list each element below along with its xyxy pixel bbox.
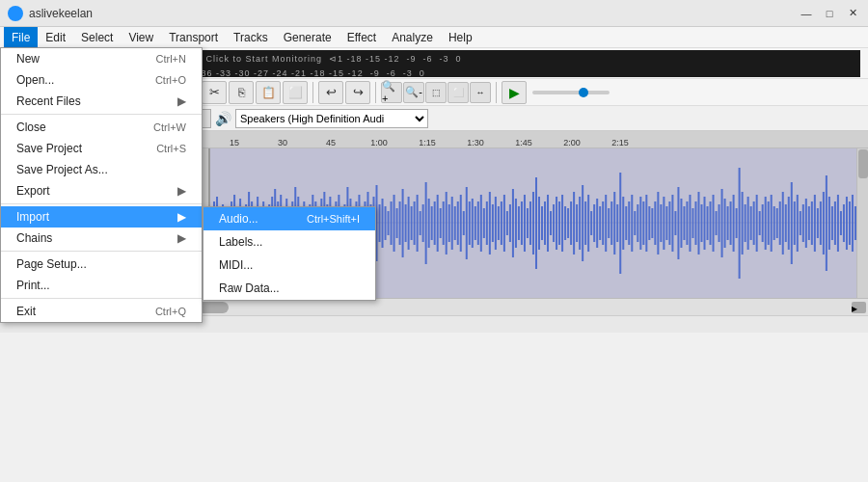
svg-rect-186 — [745, 204, 746, 242]
redo-button[interactable]: ↪ — [345, 81, 370, 104]
separator-4 — [496, 82, 497, 103]
svg-rect-149 — [637, 204, 638, 242]
volume-thumb[interactable] — [579, 88, 588, 97]
file-menu: New Ctrl+N Open... Ctrl+O Recent Files ▶… — [0, 47, 203, 323]
menu-generate[interactable]: Generate — [276, 27, 339, 47]
svg-rect-196 — [773, 206, 775, 240]
svg-rect-125 — [567, 208, 569, 238]
close-button[interactable]: ✕ — [845, 6, 860, 21]
svg-rect-172 — [704, 197, 706, 250]
trim-button[interactable]: ⬜ — [283, 81, 308, 104]
svg-rect-121 — [556, 197, 557, 250]
zoom-sel-button[interactable]: ⬜ — [448, 82, 469, 103]
menu-help[interactable]: Help — [441, 27, 480, 47]
import-audio[interactable]: Audio... Ctrl+Shift+I — [203, 207, 375, 230]
menu-page-setup[interactable]: Page Setup... — [1, 254, 202, 275]
menu-analyze[interactable]: Analyze — [384, 27, 441, 47]
app-title: aslivekeelan — [29, 7, 799, 20]
svg-rect-116 — [541, 206, 543, 240]
svg-rect-165 — [683, 206, 685, 240]
menu-file[interactable]: File — [4, 27, 38, 47]
svg-rect-134 — [593, 204, 595, 242]
svg-rect-214 — [826, 175, 827, 271]
svg-rect-100 — [495, 197, 497, 250]
svg-rect-124 — [564, 206, 566, 240]
menu-print[interactable]: Print... — [1, 275, 202, 296]
zoom-in-button[interactable]: 🔍+ — [381, 82, 402, 103]
svg-rect-89 — [463, 211, 465, 235]
zoom-out-button[interactable]: 🔍- — [403, 82, 424, 103]
volume-slider[interactable] — [532, 91, 610, 94]
svg-rect-113 — [532, 192, 534, 254]
output-device-select[interactable]: Speakers (High Definition Audi — [235, 109, 428, 128]
undo-button[interactable]: ↩ — [318, 81, 343, 104]
svg-rect-102 — [501, 201, 502, 245]
paste-button[interactable]: 📋 — [256, 81, 281, 104]
menu-import-label: Import — [16, 210, 49, 224]
ruler-mark-215: 2:15 — [596, 138, 644, 147]
ruler-mark-130: 1:30 — [451, 138, 500, 147]
svg-rect-182 — [733, 195, 735, 252]
svg-rect-195 — [771, 195, 773, 252]
vscrollbar-thumb[interactable] — [858, 149, 868, 178]
menu-open[interactable]: Open... Ctrl+O — [1, 69, 202, 91]
menu-edit[interactable]: Edit — [38, 27, 73, 47]
svg-rect-104 — [506, 211, 508, 235]
menu-export[interactable]: Export ▶ — [1, 180, 202, 201]
menu-open-shortcut: Ctrl+O — [155, 74, 186, 86]
menu-save-project-as[interactable]: Save Project As... — [1, 159, 202, 180]
minimize-button[interactable]: — — [799, 6, 814, 21]
menu-tracks[interactable]: Tracks — [226, 27, 276, 47]
menu-save-project[interactable]: Save Project Ctrl+S — [1, 138, 202, 159]
svg-rect-157 — [660, 204, 662, 242]
menu-recent-files[interactable]: Recent Files ▶ — [1, 91, 202, 112]
menu-exit-label: Exit — [16, 305, 36, 318]
window-controls: — □ ✕ — [799, 6, 860, 21]
svg-rect-129 — [579, 197, 581, 250]
import-raw-data[interactable]: Raw Data... — [203, 277, 375, 300]
svg-rect-159 — [665, 206, 667, 240]
svg-rect-101 — [498, 206, 500, 240]
play-button[interactable]: ▶ — [502, 81, 527, 104]
maximize-button[interactable]: □ — [822, 6, 837, 21]
menu-chains[interactable]: Chains ▶ — [1, 228, 202, 249]
menu-view[interactable]: View — [121, 27, 161, 47]
vertical-scrollbar[interactable] — [856, 148, 868, 298]
svg-rect-126 — [570, 201, 572, 245]
copy-button[interactable]: ⎘ — [229, 81, 254, 104]
import-midi[interactable]: MIDI... — [203, 254, 375, 277]
svg-rect-218 — [837, 195, 839, 252]
import-audio-shortcut: Ctrl+Shift+I — [307, 213, 360, 225]
ruler-mark-200: 2:00 — [548, 138, 596, 147]
menu-transport[interactable]: Transport — [161, 27, 226, 47]
cut-button[interactable]: ✂ — [202, 81, 227, 104]
svg-rect-170 — [697, 192, 699, 254]
title-bar: aslivekeelan — □ ✕ — [0, 0, 868, 27]
menu-new[interactable]: New Ctrl+N — [1, 48, 202, 69]
svg-rect-105 — [509, 204, 511, 242]
menu-close[interactable]: Close Ctrl+W — [1, 117, 202, 138]
svg-rect-162 — [674, 211, 676, 235]
svg-rect-148 — [634, 211, 636, 235]
svg-rect-103 — [503, 195, 505, 252]
svg-rect-83 — [446, 192, 448, 254]
svg-rect-108 — [518, 206, 520, 240]
zoom-fit-button[interactable]: ⬚ — [425, 82, 447, 103]
scroll-right-button[interactable]: ▸ — [852, 302, 866, 313]
svg-rect-167 — [689, 195, 691, 252]
menu-open-label: Open... — [16, 73, 54, 87]
zoom-toggle-button[interactable]: ↔ — [470, 82, 491, 103]
svg-rect-138 — [605, 195, 607, 252]
menu-import[interactable]: Import ▶ — [1, 206, 202, 228]
svg-rect-115 — [538, 197, 540, 250]
svg-rect-202 — [791, 182, 793, 264]
menu-effect[interactable]: Effect — [339, 27, 384, 47]
svg-rect-223 — [852, 195, 854, 252]
svg-rect-189 — [753, 201, 755, 245]
svg-rect-171 — [700, 204, 702, 242]
menu-select[interactable]: Select — [73, 27, 121, 47]
separator-2 — [312, 82, 313, 103]
menu-exit[interactable]: Exit Ctrl+Q — [1, 301, 202, 322]
import-labels[interactable]: Labels... — [203, 230, 375, 254]
svg-rect-205 — [800, 211, 801, 235]
